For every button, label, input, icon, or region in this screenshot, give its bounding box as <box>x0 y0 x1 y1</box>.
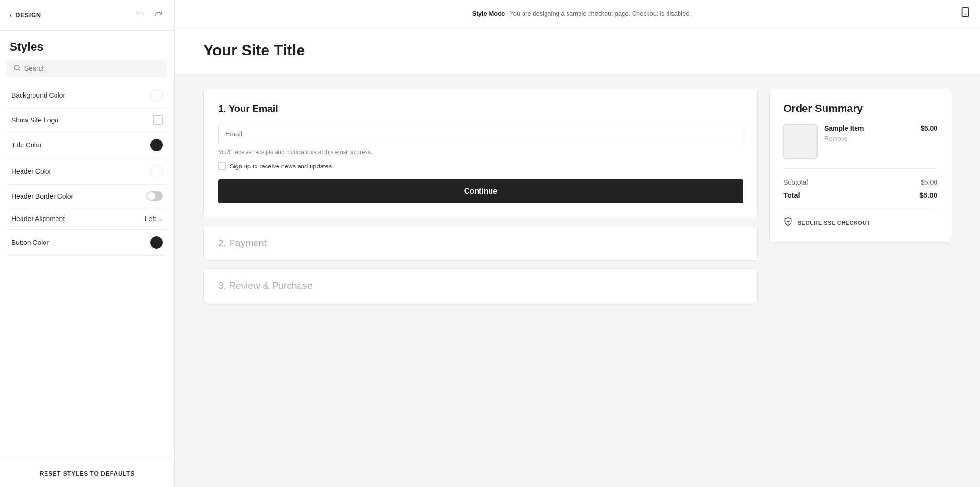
main-content: Style Mode You are designing a sample ch… <box>175 0 980 487</box>
redo-button[interactable] <box>152 8 165 22</box>
style-item-header-color: Header Color <box>7 158 167 185</box>
style-mode-desc: You are designing a sample checkout page… <box>510 10 691 17</box>
payment-section: 2. Payment <box>203 226 758 261</box>
sidebar-footer: RESET STYLES TO DEFAULTS <box>0 459 174 487</box>
payment-step-num: 2. <box>218 238 226 248</box>
remove-item-button[interactable]: Remove <box>824 135 937 142</box>
review-step-label: Review & Purchase <box>229 280 312 291</box>
total-value: $5.00 <box>919 191 937 199</box>
top-bar: Style Mode You are designing a sample ch… <box>175 0 980 27</box>
payment-step-label: Payment <box>229 238 267 248</box>
search-box <box>7 60 167 77</box>
search-icon <box>13 64 21 73</box>
subtotal-row: Subtotal $5.00 <box>783 178 937 186</box>
back-button[interactable]: ‹ DESIGN <box>10 11 41 20</box>
email-input[interactable] <box>218 124 743 144</box>
style-item-show-site-logo: Show Site Logo <box>7 109 167 132</box>
subtotal-value: $5.00 <box>921 178 937 186</box>
email-help-text: You'll receive receipts and notification… <box>218 149 743 155</box>
style-mode-info: Style Mode You are designing a sample ch… <box>472 10 691 17</box>
background-color-label: Background Color <box>11 91 65 99</box>
review-section: 3. Review & Purchase <box>203 268 758 303</box>
signup-checkbox[interactable] <box>218 162 226 170</box>
chevron-down-icon: ⌄ <box>158 215 163 222</box>
ssl-row: SECURE SSL CHECKOUT <box>783 209 937 229</box>
email-step-num: 1. <box>218 103 226 114</box>
item-details: Sample Item $5.00 Remove <box>824 124 937 142</box>
header-actions <box>134 8 165 22</box>
payment-step-title: 2. Payment <box>218 238 743 249</box>
site-header-preview: Your Site Title <box>175 27 980 74</box>
order-item: Sample Item $5.00 Remove <box>783 124 937 169</box>
mobile-preview-button[interactable] <box>960 7 970 20</box>
review-step-title: 3. Review & Purchase <box>218 280 743 291</box>
back-arrow-icon: ‹ <box>10 11 12 20</box>
style-list: Background Color Show Site Logo Title Co… <box>0 82 174 459</box>
ssl-text: SECURE SSL CHECKOUT <box>798 220 870 226</box>
header-color-label: Header Color <box>11 167 51 175</box>
style-item-header-alignment: Header Alignment Left ⌄ <box>7 208 167 230</box>
svg-line-1 <box>18 69 20 70</box>
signup-row: Sign up to receive news and updates. <box>218 162 743 170</box>
toggle-knob <box>147 192 155 200</box>
total-label: Total <box>783 191 800 199</box>
item-name: Sample Item <box>824 124 864 132</box>
undo-button[interactable] <box>134 8 146 22</box>
header-color-swatch[interactable] <box>150 165 163 177</box>
review-step-num: 3. <box>218 280 226 291</box>
header-alignment-select[interactable]: Left ⌄ <box>145 215 163 222</box>
continue-button[interactable]: Continue <box>218 179 743 203</box>
title-color-label: Title Color <box>11 141 42 149</box>
header-alignment-label: Header Alignment <box>11 215 65 222</box>
back-label: DESIGN <box>15 11 41 19</box>
order-summary-title: Order Summary <box>783 102 937 115</box>
email-step-title: 1. Your Email <box>218 103 743 114</box>
subtotal-label: Subtotal <box>783 178 808 186</box>
sidebar-header: ‹ DESIGN <box>0 0 174 31</box>
checkout-right: Order Summary Sample Item $5.00 Remove S… <box>769 89 951 303</box>
reset-styles-button[interactable]: RESET STYLES TO DEFAULTS <box>40 470 135 477</box>
show-site-logo-checkbox[interactable] <box>153 115 163 125</box>
site-title: Your Site Title <box>203 42 305 59</box>
checkout-left: 1. Your Email You'll receive receipts an… <box>203 89 758 303</box>
sidebar-title: Styles <box>0 31 174 60</box>
item-price: $5.00 <box>921 124 937 132</box>
ssl-shield-icon <box>783 217 793 229</box>
style-item-title-color: Title Color <box>7 132 167 158</box>
style-item-background-color: Background Color <box>7 82 167 109</box>
search-container <box>0 60 174 82</box>
total-row: Total $5.00 <box>783 191 937 199</box>
style-mode-label: Style Mode <box>472 10 505 17</box>
header-border-color-label: Header Border Color <box>11 192 73 200</box>
order-summary-card: Order Summary Sample Item $5.00 Remove S… <box>769 89 951 243</box>
header-border-color-toggle[interactable] <box>146 191 163 201</box>
sidebar: ‹ DESIGN Styles Background Color <box>0 0 175 487</box>
button-color-label: Button Color <box>11 239 49 246</box>
show-site-logo-label: Show Site Logo <box>11 116 58 124</box>
email-step-label: Your Email <box>229 103 278 114</box>
button-color-swatch[interactable] <box>150 236 163 249</box>
signup-label: Sign up to receive news and updates. <box>230 163 334 170</box>
search-input[interactable] <box>24 65 161 72</box>
email-section: 1. Your Email You'll receive receipts an… <box>203 89 758 218</box>
title-color-swatch[interactable] <box>150 139 163 151</box>
header-alignment-value: Left <box>145 215 156 222</box>
checkout-area: 1. Your Email You'll receive receipts an… <box>175 74 980 318</box>
background-color-swatch[interactable] <box>150 89 163 101</box>
item-thumbnail <box>783 124 818 159</box>
style-item-button-color: Button Color <box>7 230 167 256</box>
style-item-header-border-color: Header Border Color <box>7 185 167 208</box>
